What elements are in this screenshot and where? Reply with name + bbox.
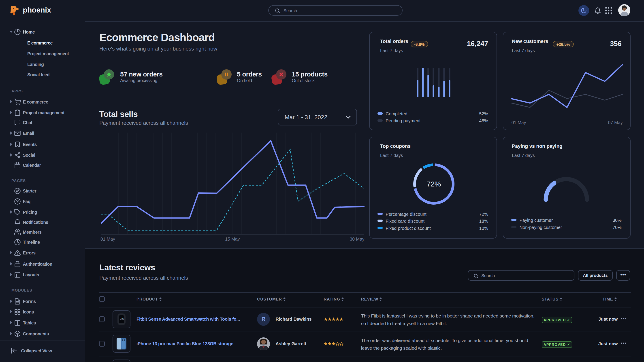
svg-text:5:28: 5:28 bbox=[120, 318, 124, 320]
